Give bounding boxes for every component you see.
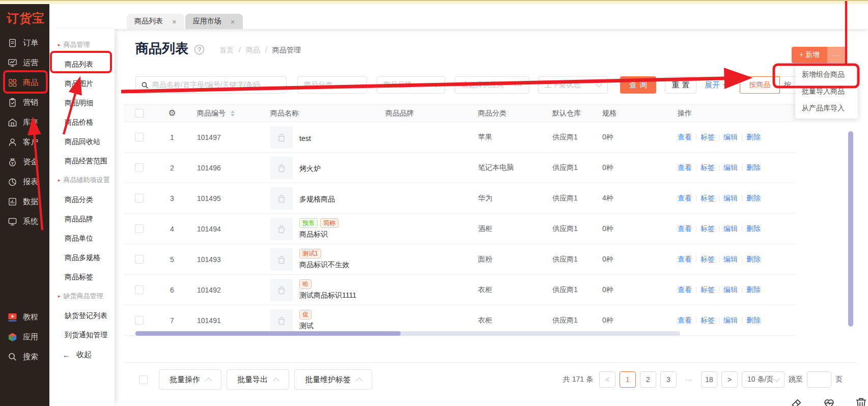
view-link[interactable]: 查看	[678, 316, 692, 325]
sidebar-item-operations[interactable]: 运营	[0, 53, 49, 73]
submenu-item[interactable]: 商品标签	[49, 267, 115, 286]
page-size-select[interactable]: 10 条/页	[742, 371, 785, 388]
supplier-select[interactable]: 请选择供应商 ···	[455, 76, 529, 94]
horizontal-scrollbar-thumb[interactable]	[135, 331, 401, 336]
sidebar-item-apps[interactable]: 应用	[0, 327, 49, 347]
status-select[interactable]: 上下架状态	[538, 76, 608, 94]
collapse-sidebar-button[interactable]: ← 收起	[49, 344, 115, 365]
page-button[interactable]: ···	[681, 371, 697, 388]
row-checkbox[interactable]	[135, 163, 144, 172]
delete-link[interactable]: 删除	[746, 255, 761, 264]
page-button[interactable]: 18	[701, 371, 717, 388]
dropdown-menu-item[interactable]: 批量导入商品	[795, 83, 858, 100]
edit-link[interactable]: 编辑	[723, 224, 738, 234]
batch-action-button[interactable]: 批量维护标签	[294, 369, 372, 390]
vertical-scrollbar-thumb[interactable]	[848, 131, 853, 327]
row-checkbox[interactable]	[135, 224, 144, 233]
edit-link[interactable]: 编辑	[723, 316, 738, 325]
view-link[interactable]: 查看	[678, 163, 692, 172]
category-select[interactable]: 商品分类	[297, 76, 367, 94]
edit-link[interactable]: 编辑	[723, 133, 738, 142]
delete-link[interactable]: 删除	[746, 163, 761, 172]
breadcrumb-home[interactable]: 首页	[219, 46, 234, 55]
tag-link[interactable]: 标签	[701, 255, 715, 264]
query-button[interactable]: 查询	[620, 76, 656, 94]
submenu-item[interactable]: 商品单位	[49, 228, 115, 248]
page-button[interactable]: 1	[620, 371, 636, 388]
sort-icon[interactable]	[231, 110, 235, 117]
row-checkbox[interactable]	[135, 316, 144, 325]
sidebar-item-reports[interactable]: 报表	[0, 172, 49, 192]
tag-link[interactable]: 标签	[701, 133, 715, 142]
tab-app-market[interactable]: 应用市场 ×	[185, 14, 243, 29]
sidebar-item-data[interactable]: 数据	[0, 192, 49, 212]
view-link[interactable]: 查看	[678, 194, 692, 203]
edit-link[interactable]: 编辑	[723, 285, 738, 295]
dropdown-menu-item[interactable]: 从产品库导入	[795, 100, 858, 117]
prev-page-button[interactable]: <	[599, 371, 615, 388]
view-by-product-toggle[interactable]: 按商品	[740, 76, 780, 94]
more-actions-button[interactable]: ···	[827, 47, 846, 63]
delete-link[interactable]: 删除	[746, 316, 761, 325]
dropdown-menu-item[interactable]: 新增组合商品	[795, 66, 858, 83]
tag-link[interactable]: 标签	[701, 163, 715, 172]
submenu-item[interactable]: 商品多规格	[49, 248, 115, 267]
sidebar-item-search[interactable]: 搜索	[0, 347, 49, 367]
view-link[interactable]: 查看	[678, 133, 692, 142]
submenu-item[interactable]: 缺货登记列表	[49, 306, 115, 325]
submenu-item[interactable]: 商品价格	[49, 112, 115, 132]
submenu-item[interactable]: 商品品牌	[49, 209, 115, 228]
eraser-icon[interactable]	[790, 396, 804, 406]
expand-filters-button[interactable]: 展开	[703, 76, 731, 94]
tag-link[interactable]: 标签	[701, 194, 715, 203]
close-icon[interactable]: ×	[231, 17, 235, 26]
batch-action-button[interactable]: 批量导出	[227, 369, 289, 390]
edit-link[interactable]: 编辑	[723, 163, 738, 172]
sidebar-item-customers[interactable]: 客户	[0, 132, 49, 152]
footer-select-all-checkbox[interactable]	[139, 375, 148, 384]
next-page-button[interactable]: >	[721, 371, 738, 388]
sidebar-item-orders[interactable]: 订单	[0, 33, 49, 53]
header-code[interactable]: 商品编号	[190, 109, 270, 118]
sidebar-item-tutorial[interactable]: 教程	[0, 307, 49, 327]
gear-icon[interactable]: ⚙	[168, 109, 176, 118]
sidebar-item-funds[interactable]: 资金	[0, 152, 49, 172]
tab-product-list[interactable]: 商品列表 ×	[127, 14, 184, 29]
sidebar-item-products[interactable]: 商品	[0, 73, 49, 93]
page-button[interactable]: 2	[640, 371, 656, 388]
breadcrumb-mid[interactable]: 商品	[246, 46, 260, 55]
brand-select[interactable]: 商品品牌	[377, 76, 445, 94]
submenu-item[interactable]: 商品图片	[49, 74, 115, 93]
submenu-item[interactable]: 商品经营范围	[49, 151, 115, 170]
sidebar-item-inventory[interactable]: 库存	[0, 112, 49, 132]
submenu-item[interactable]: 商品列表	[49, 54, 115, 74]
tag-link[interactable]: 标签	[701, 316, 715, 325]
delete-link[interactable]: 删除	[746, 285, 761, 295]
select-all-checkbox[interactable]	[135, 109, 144, 118]
row-checkbox[interactable]	[135, 133, 144, 141]
page-button[interactable]: 3	[660, 371, 677, 388]
delete-link[interactable]: 删除	[746, 224, 761, 234]
row-checkbox[interactable]	[135, 285, 144, 294]
submenu-item[interactable]: 到货通知管理	[49, 325, 115, 344]
tag-link[interactable]: 标签	[701, 285, 715, 295]
view-link[interactable]: 查看	[678, 285, 692, 295]
submenu-item[interactable]: 商品明细	[49, 93, 115, 112]
trash-icon[interactable]	[854, 396, 868, 406]
row-checkbox[interactable]	[135, 194, 144, 202]
edit-link[interactable]: 编辑	[723, 255, 738, 264]
batch-action-button[interactable]: 批量操作	[159, 369, 221, 390]
submenu-item[interactable]: 商品回收站	[49, 132, 115, 151]
reset-button[interactable]: 重置	[665, 76, 696, 94]
add-button[interactable]: + 新增	[792, 47, 827, 63]
sidebar-item-system[interactable]: 系统	[0, 212, 49, 231]
search-input[interactable]: 商品名称/首字母/编号/关键字/条码	[135, 76, 287, 94]
tag-link[interactable]: 标签	[701, 224, 715, 234]
delete-link[interactable]: 删除	[746, 133, 761, 142]
heart-pulse-icon[interactable]	[822, 396, 836, 406]
view-link[interactable]: 查看	[678, 224, 692, 234]
row-checkbox[interactable]	[135, 255, 144, 264]
submenu-item[interactable]: 商品分类	[49, 190, 115, 209]
jump-page-input[interactable]	[807, 371, 831, 388]
help-icon[interactable]: ?	[194, 45, 204, 54]
